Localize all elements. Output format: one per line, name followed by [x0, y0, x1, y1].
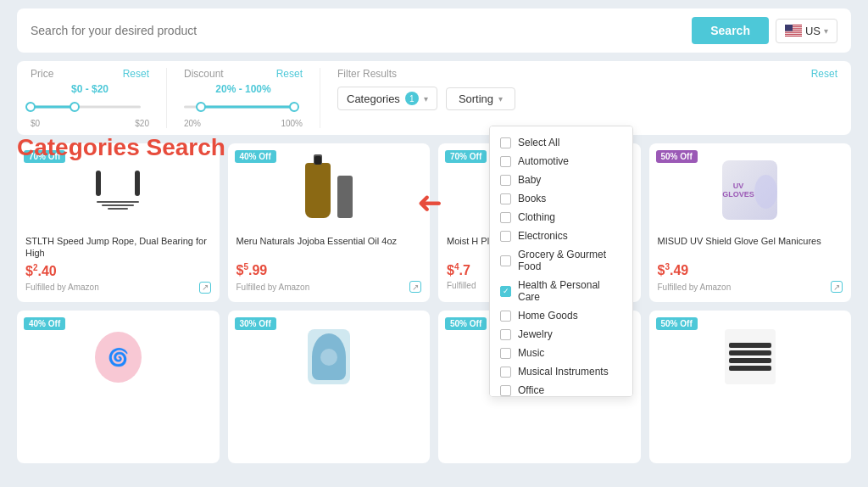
category-grocery[interactable]: Grocery & Gourmet Food: [490, 245, 632, 276]
category-automotive[interactable]: Automotive: [490, 152, 632, 171]
category-baby[interactable]: Baby: [490, 171, 632, 189]
sorting-chevron-icon: ▾: [498, 94, 503, 104]
svg-rect-6: [785, 35, 802, 36]
country-label: US: [805, 25, 821, 37]
category-checkbox[interactable]: [500, 137, 511, 148]
category-label: Select All: [518, 137, 559, 148]
nail-strip: [729, 358, 771, 363]
nail-strip: [729, 350, 771, 355]
search-input[interactable]: [31, 24, 685, 37]
category-checkbox[interactable]: [500, 156, 511, 167]
nail-files-image: [725, 329, 776, 384]
category-books[interactable]: Books: [490, 189, 632, 208]
country-selector[interactable]: US ▾: [776, 19, 837, 43]
category-checkbox[interactable]: [500, 367, 511, 378]
category-label: Jewelry: [518, 328, 553, 340]
share-icon[interactable]: ↗: [831, 281, 843, 293]
product-image: [236, 152, 422, 228]
category-checkbox[interactable]: [500, 175, 511, 186]
category-label: Clothing: [518, 211, 555, 223]
svg-rect-7: [785, 25, 793, 31]
share-icon[interactable]: ↗: [409, 281, 421, 293]
search-button[interactable]: Search: [692, 17, 769, 44]
bottle-cap: [314, 156, 321, 165]
price-slider-min-thumb[interactable]: [25, 102, 36, 112]
main-container: Search US ▾ Price Reset $0 -: [0, 0, 868, 487]
rope-line: [102, 204, 134, 206]
uv-glove-image: UV GLOVES: [722, 160, 777, 220]
product-title: [236, 402, 422, 426]
category-clothing[interactable]: Clothing: [490, 208, 632, 227]
svg-rect-5: [785, 33, 802, 34]
category-office[interactable]: Office: [490, 381, 632, 397]
product-fulfilled: Fulfilled by Amazon ↗: [236, 281, 422, 293]
category-music[interactable]: Music: [490, 344, 632, 362]
uv-glove-text: UV GLOVES: [722, 182, 754, 199]
category-checkbox[interactable]: [500, 193, 511, 204]
category-label: Office: [518, 384, 544, 396]
product-title: MISUD UV Shield Glove Gel Manicures: [658, 235, 843, 259]
category-musical-instruments[interactable]: Musical Instruments: [490, 362, 632, 381]
filter-divider-2: [320, 68, 320, 128]
fan-image: 🌀: [95, 332, 142, 383]
product-badge: 50% Off: [445, 317, 487, 330]
price-min-label: $0: [31, 119, 40, 128]
rope-handle-left: [96, 171, 101, 196]
country-chevron-icon: ▾: [824, 26, 828, 36]
categories-button[interactable]: Categories 1 ▾: [337, 87, 437, 110]
arrow-indicator: ➜: [417, 185, 442, 221]
discount-slider-min-thumb[interactable]: [196, 102, 206, 112]
category-electronics[interactable]: Electronics: [490, 227, 632, 245]
price-slider[interactable]: [31, 98, 141, 115]
categories-count-badge: 1: [405, 92, 419, 105]
product-price: $2.40: [25, 263, 211, 279]
category-home-goods[interactable]: Home Goods: [490, 306, 632, 325]
category-checkbox[interactable]: [500, 311, 511, 322]
massager-center: [320, 349, 337, 366]
price-label: Price: [31, 68, 53, 80]
category-checkbox[interactable]: [500, 231, 511, 242]
category-checkbox[interactable]: [500, 329, 511, 340]
discount-min-label: 20%: [184, 119, 201, 128]
product-card: 40% Off 🌀: [17, 311, 220, 463]
discount-reset[interactable]: Reset: [276, 68, 303, 80]
category-select-all[interactable]: Select All: [490, 133, 632, 152]
category-checkbox[interactable]: [500, 385, 511, 396]
product-price: $3.49: [658, 262, 843, 278]
discount-filter: Discount Reset 20% - 100% 20% 100%: [184, 68, 303, 128]
fulfilled-label: Fulfilled by Amazon: [658, 283, 732, 292]
price-slider-max-thumb[interactable]: [70, 102, 80, 112]
discount-value: 20% - 100%: [184, 83, 303, 95]
discount-slider-fill: [201, 106, 295, 109]
us-flag-icon: [785, 25, 802, 36]
share-icon[interactable]: ↗: [199, 282, 211, 294]
product-badge: 50% Off: [656, 317, 698, 330]
sorting-button[interactable]: Sorting ▾: [446, 87, 515, 110]
product-fulfilled: Fulfilled by Amazon ↗: [658, 281, 843, 293]
price-value: $0 - $20: [31, 83, 149, 95]
categories-button-label: Categories: [347, 92, 400, 105]
massager-body: [312, 333, 346, 380]
category-health[interactable]: Health & Personal Care: [490, 276, 632, 306]
price-slider-fill: [31, 106, 75, 109]
category-label: Automotive: [518, 155, 569, 167]
category-label: Musical Instruments: [518, 366, 609, 378]
product-price: $5.99: [236, 262, 422, 278]
product-title: [25, 402, 211, 426]
category-checkbox[interactable]: [500, 212, 511, 223]
category-label: Health & Personal Care: [518, 279, 622, 303]
glove-dome: [754, 175, 777, 209]
discount-slider[interactable]: [184, 98, 294, 115]
category-jewelry[interactable]: Jewelry: [490, 325, 632, 344]
product-badge: 40% Off: [24, 317, 65, 330]
filter-results-reset[interactable]: Reset: [811, 68, 837, 80]
jump-rope-image: [96, 171, 140, 210]
product-card: 30% Off: [228, 311, 431, 463]
category-checkbox[interactable]: [500, 348, 511, 359]
price-reset[interactable]: Reset: [123, 68, 149, 80]
category-checkbox[interactable]: [500, 255, 511, 266]
discount-slider-max-thumb[interactable]: [289, 102, 299, 112]
category-label: Baby: [518, 174, 541, 186]
filter-row: Price Reset $0 - $20 $0 $20 Discount Res…: [17, 61, 851, 135]
category-checkbox[interactable]: [500, 286, 511, 297]
